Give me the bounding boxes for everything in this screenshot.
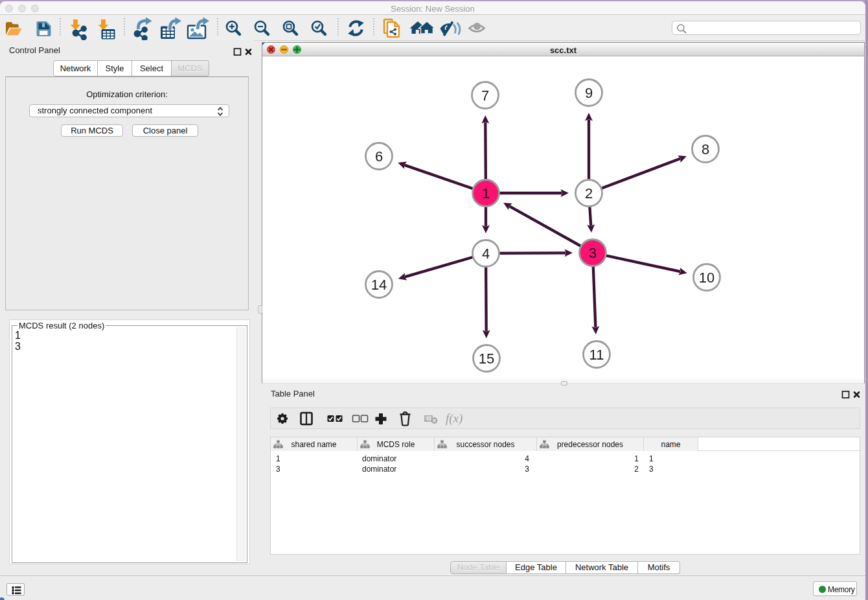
svg-text:10: 10	[699, 270, 714, 286]
svg-text:15: 15	[479, 351, 494, 367]
svg-text:11: 11	[589, 347, 604, 363]
svg-text:9: 9	[585, 85, 593, 101]
svg-text:f(x): f(x)	[446, 411, 463, 426]
svg-text:6: 6	[375, 148, 383, 165]
svg-text:4: 4	[482, 246, 490, 262]
svg-text:7: 7	[481, 87, 489, 104]
svg-text:14: 14	[371, 277, 387, 293]
svg-text:3: 3	[589, 245, 597, 261]
svg-text:2: 2	[585, 185, 593, 202]
svg-text:1: 1	[482, 185, 490, 202]
svg-text:8: 8	[702, 141, 709, 157]
